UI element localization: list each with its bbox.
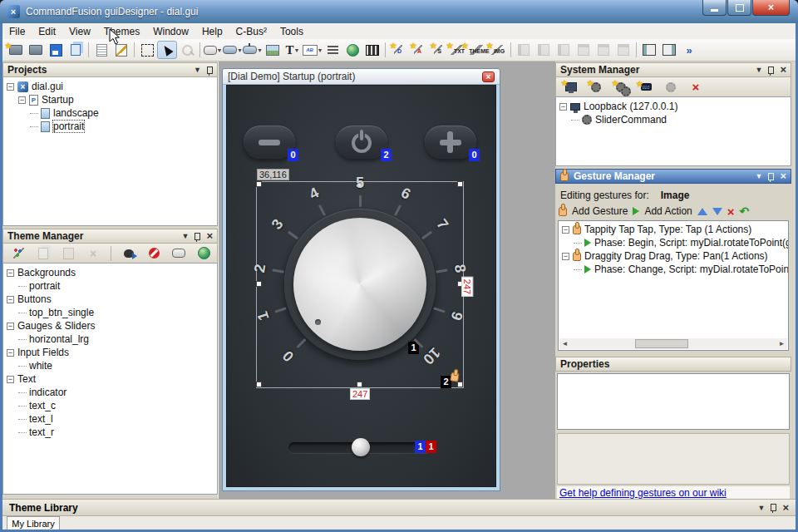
close-icon[interactable]: × (206, 232, 213, 240)
scroll-left-icon[interactable]: ◄ (559, 338, 570, 349)
menu-window[interactable]: Window (146, 23, 195, 39)
copy-pages-button[interactable] (66, 41, 86, 59)
move-down-button[interactable] (712, 208, 722, 215)
image-wizard-button[interactable]: IMG★ (488, 41, 508, 59)
minimize-button[interactable] (702, 0, 727, 16)
scrollbar-thumb[interactable] (635, 339, 688, 348)
list-tool-button[interactable] (323, 41, 342, 59)
tree-item-buttons[interactable]: −Buttons (3, 293, 217, 306)
resize-handle[interactable] (457, 382, 463, 387)
menu-themes[interactable]: Themes (97, 23, 146, 39)
tree-item-indicator[interactable]: indicator (3, 386, 217, 399)
tree-item-gauges-sliders[interactable]: −Gauges & Sliders (3, 319, 217, 332)
tree-item-horizontal-lrg[interactable]: horizontal_lrg (3, 332, 217, 346)
tree-item-slidercommand[interactable]: SliderCommand (556, 113, 791, 126)
tree-item-phase-begin-script-mydial-ro[interactable]: Phase: Begin, Script: myDial.rotateToPoi… (559, 236, 788, 249)
pin-icon[interactable] (768, 66, 774, 74)
collapse-icon[interactable]: − (7, 349, 14, 357)
tree-item-phase-change-script-mydial-r[interactable]: Phase: Change, Script: myDial.rotateToPo… (559, 263, 788, 276)
close-icon[interactable]: × (780, 172, 786, 180)
resize-handle[interactable] (256, 181, 262, 187)
add-command-button[interactable]: ★ (586, 78, 606, 96)
restore-button[interactable] (727, 0, 751, 16)
menu-view[interactable]: View (62, 23, 97, 39)
clear-theme-button[interactable] (144, 244, 164, 263)
collapse-icon[interactable]: − (562, 253, 569, 260)
menu-c-bus[interactable]: C-Bus² (229, 23, 273, 39)
dropdown-icon[interactable]: ▼ (237, 47, 243, 53)
add-feedback-button[interactable]: 010★ (636, 78, 656, 96)
browse-themes-online-button[interactable] (194, 244, 214, 263)
menu-help[interactable]: Help (195, 23, 229, 39)
close-icon[interactable]: × (782, 504, 789, 512)
add-macro-button[interactable]: ★ (611, 78, 631, 96)
apply-theme-button[interactable] (119, 244, 139, 263)
toolbar-overflow-button[interactable]: » (679, 41, 699, 59)
slider-tool-button[interactable]: ▼ (223, 41, 243, 59)
move-up-button[interactable] (697, 208, 707, 215)
pin-icon[interactable] (195, 233, 200, 240)
pin-icon[interactable] (768, 173, 774, 180)
gauge-tool-button[interactable]: ▼ (243, 41, 263, 59)
add-system-button[interactable]: ★ (561, 78, 581, 96)
tree-item-text[interactable]: −Text (3, 372, 217, 386)
new-theme-item-button[interactable] (8, 244, 28, 263)
dropdown-icon[interactable]: ▼ (294, 47, 300, 53)
canvas-close-button[interactable]: × (482, 71, 495, 82)
gestures-wiki-link[interactable]: Get help defining gestures on our wiki (559, 487, 727, 499)
tree-item-tappity-tap-tap-type-tap-1-a[interactable]: −Tappity Tap Tap, Type: Tap (1 Actions) (559, 223, 788, 236)
collapse-icon[interactable]: − (7, 83, 14, 91)
collapse-icon[interactable]: − (7, 323, 14, 330)
tree-item-top-btn-single[interactable]: top_btn_single (3, 306, 217, 319)
input-tool-button[interactable]: AB▼ (303, 41, 323, 59)
add-gesture-button[interactable]: Add Gesture (572, 205, 628, 217)
panel-menu-icon[interactable]: ▼ (757, 504, 765, 512)
close-button[interactable]: × (752, 0, 790, 16)
tree-item-backgrounds[interactable]: −Backgrounds (3, 266, 217, 279)
tree-item-text-l[interactable]: text_l (3, 412, 217, 426)
collapse-icon[interactable]: − (7, 376, 14, 383)
text-tool-button[interactable]: T▼ (283, 41, 303, 59)
theme-wizard-button[interactable]: THEME★ (468, 41, 488, 59)
menu-file[interactable]: File (2, 23, 32, 39)
panel-menu-icon[interactable]: ▼ (755, 66, 762, 74)
resize-handle[interactable] (357, 382, 362, 387)
tree-item-portrait[interactable]: portrait (3, 120, 217, 133)
close-icon[interactable]: × (780, 66, 786, 74)
power-button[interactable] (336, 126, 387, 159)
slider-thumb[interactable] (352, 438, 370, 456)
dock-panel-right-button[interactable] (659, 41, 679, 59)
device-wizard-button[interactable]: D★ (388, 41, 408, 59)
resize-handle[interactable] (256, 382, 262, 387)
video-tool-button[interactable] (362, 41, 382, 59)
tree-item-dial-gui[interactable]: −×dial.gui (3, 80, 217, 93)
menu-edit[interactable]: Edit (32, 23, 62, 39)
move-tool-button[interactable] (157, 41, 177, 59)
panel-menu-icon[interactable]: ▼ (181, 232, 189, 240)
dropdown-icon[interactable]: ▼ (257, 47, 263, 53)
collapse-icon[interactable]: − (18, 96, 26, 104)
tree-item-portrait[interactable]: portrait (3, 279, 217, 293)
slider-wizard-button[interactable]: S★ (428, 41, 448, 59)
pin-icon[interactable] (771, 504, 776, 511)
tree-item-loopback-127-0-0-1[interactable]: −Loopback (127.0.0.1) (556, 100, 791, 113)
pin-icon[interactable] (207, 66, 213, 74)
canvas-title-bar[interactable]: [Dial Demo] Startup (portrait) × (223, 69, 500, 85)
tab-my-library[interactable]: My Library (7, 516, 60, 530)
delete-system-item-button[interactable]: × (686, 78, 706, 96)
design-canvas[interactable]: 0 2 0 36,116 247 2 (226, 85, 496, 487)
resize-handle[interactable] (256, 281, 262, 287)
collapse-icon[interactable]: − (7, 296, 14, 303)
dropdown-icon[interactable]: ▼ (217, 47, 223, 53)
add-action-button[interactable]: Add Action (644, 205, 692, 217)
tree-item-text-c[interactable]: text_c (3, 399, 217, 412)
tree-item-text-r[interactable]: text_r (3, 426, 217, 439)
resize-handle[interactable] (457, 181, 463, 187)
tree-item-input-fields[interactable]: −Input Fields (3, 346, 217, 359)
image-tool-button[interactable] (263, 41, 283, 59)
collapse-icon[interactable]: − (7, 269, 14, 277)
tree-item-draggity-drag-drag-type-pan-[interactable]: −Draggity Drag Drag, Type: Pan(1 Actions… (559, 249, 788, 263)
dock-panel-left-button[interactable] (639, 41, 659, 59)
collapse-icon[interactable]: − (559, 103, 567, 111)
panel-menu-icon[interactable]: ▼ (194, 66, 201, 74)
